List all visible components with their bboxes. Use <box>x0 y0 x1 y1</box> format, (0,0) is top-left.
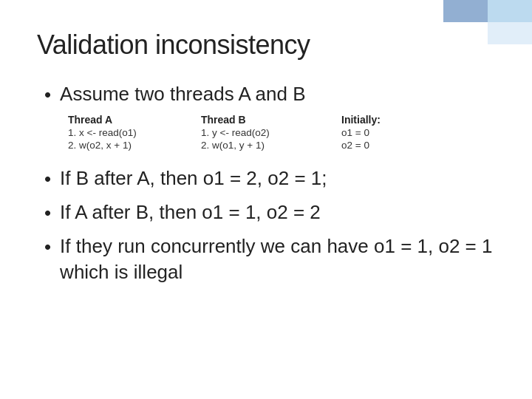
bullet-section: • Assume two threads A and B Thread A Th… <box>44 81 495 285</box>
thread-cell-b1: 1. y <- read(o2) <box>201 127 341 138</box>
thread-header-a: Thread A <box>68 114 201 126</box>
bullet-text-1: Assume two threads A and B <box>60 81 495 107</box>
thread-cell-a1: 1. x <- read(o1) <box>68 127 201 138</box>
thread-cell-init1: o1 = 0 <box>341 127 437 138</box>
thread-cell-init2: o2 = 0 <box>341 140 437 151</box>
bullet-item-4: • If they run concurrently we can have o… <box>44 233 495 285</box>
deco-rect-1 <box>443 0 488 22</box>
bullet-item-2: • If B after A, then o1 = 2, o2 = 1; <box>44 166 495 192</box>
thread-header-initially: Initially: <box>341 114 437 126</box>
bullet-text-4: If they run concurrently we can have o1 … <box>60 233 495 285</box>
slide: Validation inconsistency • Assume two th… <box>0 0 532 399</box>
thread-table: Thread A Thread B Initially: 1. x <- rea… <box>68 114 495 151</box>
thread-cell-a2: 2. w(o2, x + 1) <box>68 140 201 151</box>
bullet-text-2: If B after A, then o1 = 2, o2 = 1; <box>60 166 495 191</box>
thread-header-b: Thread B <box>201 114 341 126</box>
bullet-text-3: If A after B, then o1 = 1, o2 = 2 <box>60 200 495 225</box>
bullet-dot-4: • <box>44 234 51 260</box>
thread-cell-b2: 2. w(o1, y + 1) <box>201 140 341 151</box>
slide-title: Validation inconsistency <box>37 30 495 61</box>
bullet-dot-3: • <box>44 200 51 226</box>
bullet-item-1: • Assume two threads A and B <box>44 81 495 108</box>
deco-rect-2 <box>488 0 532 22</box>
bullet-dot-2: • <box>44 166 51 192</box>
decoration-top-right <box>443 0 532 44</box>
deco-rect-3 <box>488 22 532 44</box>
bullet-item-3: • If A after B, then o1 = 1, o2 = 2 <box>44 200 495 226</box>
bullet-dot-1: • <box>44 82 51 108</box>
